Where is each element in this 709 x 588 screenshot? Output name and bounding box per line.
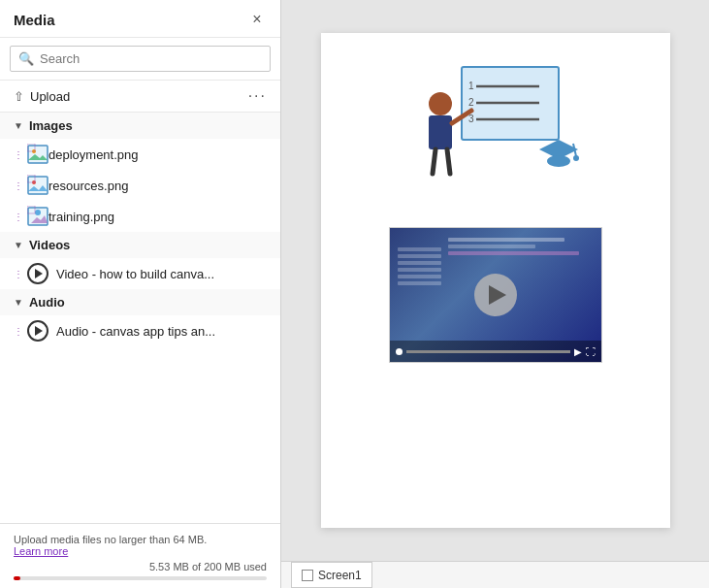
bottom-tab-bar: Screen1 — [281, 561, 709, 588]
sidebar-footer: Upload media files no larger than 64 MB.… — [0, 523, 280, 588]
drag-handle-icon: ⋮ — [14, 326, 22, 337]
video-file-icon — [27, 263, 48, 284]
canvas-content: 1 2 3 — [281, 0, 709, 561]
file-list: ▼ Images ⋮ deployment.png ⋮ — [0, 113, 280, 523]
expand-icon: ⛶ — [586, 346, 596, 357]
search-bar: 🔍 — [0, 38, 280, 81]
audio-section-title: Audio — [29, 295, 65, 310]
svg-point-23 — [573, 155, 579, 161]
svg-point-9 — [35, 210, 41, 215]
panel-title: Media — [14, 12, 55, 28]
upload-label: Upload — [30, 89, 70, 104]
video-play-button[interactable] — [474, 274, 517, 316]
images-chevron-icon: ▼ — [14, 120, 23, 131]
file-name: training.png — [48, 210, 114, 224]
media-panel: Media × 🔍 ⇧ Upload ··· ▼ Images — [0, 0, 281, 588]
search-input-wrapper: 🔍 — [10, 46, 271, 72]
list-item[interactable]: ⋮ deployment.png — [0, 139, 280, 170]
image-file-icon — [27, 175, 48, 196]
training-illustration-svg: 1 2 3 — [403, 57, 588, 203]
list-item[interactable]: ⋮ training.png — [0, 201, 280, 232]
upload-icon: ⇧ — [14, 89, 24, 104]
file-name: deployment.png — [48, 147, 139, 162]
file-name: Audio - canvas app tips an... — [56, 324, 215, 339]
fullscreen-icon: ▶ — [574, 346, 582, 357]
image-file-icon — [27, 206, 48, 227]
drag-handle-icon: ⋮ — [14, 269, 22, 279]
audio-chevron-icon: ▼ — [14, 297, 23, 308]
vt-content — [448, 238, 594, 255]
svg-rect-0 — [28, 146, 48, 163]
svg-text:3: 3 — [468, 114, 474, 124]
videos-chevron-icon: ▼ — [14, 240, 23, 250]
drag-handle-icon: ⋮ — [14, 149, 22, 160]
storage-bar — [14, 576, 267, 580]
screen1-tab[interactable]: Screen1 — [291, 562, 372, 588]
video-controls-bar: ▶ ⛶ — [390, 341, 601, 362]
images-section-header[interactable]: ▼ Images — [0, 113, 280, 139]
upload-button[interactable]: ⇧ Upload — [14, 89, 70, 104]
svg-point-21 — [547, 155, 570, 167]
drag-handle-icon: ⋮ — [14, 180, 22, 191]
upload-row: ⇧ Upload ··· — [0, 81, 280, 113]
search-input[interactable] — [40, 51, 262, 66]
image-file-icon — [27, 144, 48, 165]
learn-more-link[interactable]: Learn more — [14, 545, 68, 557]
storage-info: 5.53 MB of 200 MB used — [14, 561, 267, 572]
screen-checkbox[interactable] — [302, 570, 313, 581]
slide-canvas[interactable]: 1 2 3 — [321, 33, 670, 528]
file-name: Video - how to build canva... — [56, 267, 214, 281]
progress-bar — [406, 350, 570, 353]
svg-line-28 — [447, 149, 450, 174]
svg-point-24 — [429, 92, 452, 115]
videos-section-header[interactable]: ▼ Videos — [0, 232, 280, 258]
images-section-title: Images — [29, 118, 73, 133]
close-button[interactable]: × — [247, 10, 267, 29]
storage-bar-fill — [14, 576, 20, 580]
svg-text:2: 2 — [468, 97, 474, 108]
panel-header: Media × — [0, 0, 280, 38]
list-item[interactable]: ⋮ Audio - canvas app tips an... — [0, 315, 280, 346]
more-options-button[interactable]: ··· — [248, 87, 267, 105]
video-icons: ▶ ⛶ — [574, 346, 596, 357]
svg-text:1: 1 — [468, 81, 474, 91]
audio-section-header[interactable]: ▼ Audio — [0, 289, 280, 315]
progress-dot — [396, 348, 403, 355]
video-thumbnail[interactable]: ▶ ⛶ — [389, 227, 602, 363]
list-item[interactable]: ⋮ resources.png — [0, 170, 280, 201]
canvas-area: 1 2 3 — [281, 0, 709, 588]
audio-file-icon — [27, 320, 48, 342]
vt-sidebar — [398, 247, 441, 339]
svg-rect-4 — [28, 177, 48, 194]
drag-handle-icon: ⋮ — [14, 212, 22, 222]
play-icon — [489, 285, 506, 305]
videos-section-title: Videos — [29, 238, 70, 252]
upload-note: Upload media files no larger than 64 MB. — [14, 534, 267, 545]
file-name: resources.png — [48, 179, 128, 193]
list-item[interactable]: ⋮ Video - how to build canva... — [0, 258, 280, 289]
screen-tab-label: Screen1 — [318, 569, 362, 582]
svg-line-27 — [433, 149, 435, 174]
main-container: Media × 🔍 ⇧ Upload ··· ▼ Images — [0, 0, 709, 588]
search-icon: 🔍 — [18, 51, 34, 66]
svg-rect-25 — [429, 115, 452, 149]
training-image: 1 2 3 — [399, 52, 593, 208]
